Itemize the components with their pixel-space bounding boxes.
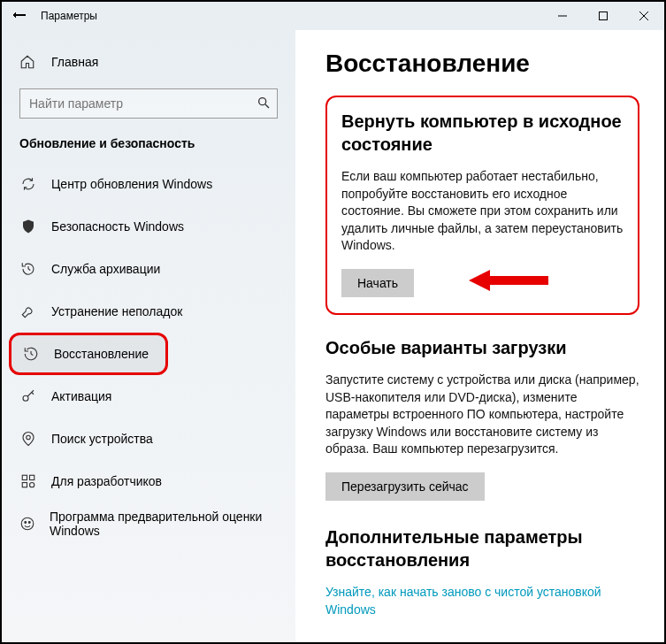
svg-point-19 — [25, 522, 27, 524]
home-nav[interactable]: Главная — [2, 44, 295, 80]
sidebar: Главная Обновление и безопасность Центр … — [2, 30, 295, 642]
fresh-start-link[interactable]: Узнайте, как начать заново с чистой уста… — [325, 584, 639, 618]
home-label: Главная — [51, 55, 98, 69]
advanced-startup-section: Особые варианты загрузки Запустите систе… — [325, 336, 639, 501]
developer-icon — [19, 473, 37, 489]
svg-rect-16 — [22, 483, 27, 487]
sidebar-item-label: Центр обновления Windows — [51, 177, 212, 191]
reset-description: Если ваш компьютер работает нестабильно,… — [341, 168, 624, 255]
sidebar-item-label: Активация — [51, 389, 111, 403]
back-button[interactable]: 🠔 — [2, 8, 37, 24]
sync-icon — [19, 176, 37, 192]
reset-pc-section-highlight: Вернуть компьютер в исходное состояние Е… — [325, 96, 639, 315]
svg-line-12 — [32, 393, 34, 395]
history-icon — [22, 346, 40, 362]
sidebar-item-developers[interactable]: Для разработчиков — [2, 460, 295, 502]
sidebar-item-label: Устранение неполадок — [51, 304, 182, 318]
minimize-button[interactable] — [542, 2, 583, 30]
main-content: Восстановление Вернуть компьютер в исход… — [295, 30, 664, 642]
reset-heading: Вернуть компьютер в исходное состояние — [341, 110, 624, 156]
advanced-heading: Особые варианты загрузки — [325, 336, 639, 359]
sidebar-item-windows-update[interactable]: Центр обновления Windows — [2, 163, 295, 205]
svg-rect-1 — [600, 12, 608, 20]
svg-point-10 — [23, 395, 28, 401]
sidebar-item-troubleshoot[interactable]: Устранение неполадок — [2, 290, 295, 333]
insider-icon — [19, 516, 35, 532]
reset-start-button[interactable]: Начать — [341, 269, 414, 297]
key-icon — [19, 388, 37, 404]
restart-now-button[interactable]: Перезагрузить сейчас — [325, 472, 485, 501]
annotation-arrow-icon — [469, 267, 548, 297]
close-button[interactable] — [624, 2, 664, 30]
sidebar-item-backup[interactable]: Служба архивации — [2, 248, 295, 290]
maximize-button[interactable] — [583, 2, 624, 30]
sidebar-item-find-device[interactable]: Поиск устройства — [2, 418, 295, 460]
nav-group-title: Обновление и безопасность — [2, 131, 295, 163]
svg-line-7 — [28, 269, 30, 271]
svg-rect-14 — [22, 475, 27, 479]
sidebar-item-label: Для разработчиков — [51, 474, 162, 488]
sidebar-item-insider[interactable]: Программа предварительной оценки Windows — [2, 502, 295, 545]
sidebar-item-security[interactable]: Безопасность Windows — [2, 205, 295, 248]
svg-line-5 — [265, 104, 269, 108]
svg-line-9 — [31, 354, 33, 356]
nav-list: Центр обновления Windows Безопасность Wi… — [2, 163, 295, 545]
svg-point-20 — [28, 522, 30, 524]
wrench-icon — [19, 303, 37, 319]
svg-marker-21 — [469, 270, 548, 291]
sidebar-item-label: Безопасность Windows — [51, 219, 184, 234]
svg-rect-15 — [30, 475, 34, 479]
sidebar-item-activation[interactable]: Активация — [2, 375, 295, 418]
sidebar-item-label: Восстановление — [54, 347, 149, 361]
more-heading: Дополнительные параметры восстановления — [325, 525, 639, 571]
svg-point-4 — [259, 98, 266, 105]
svg-point-18 — [21, 518, 34, 530]
search-wrapper — [19, 88, 278, 119]
search-input[interactable] — [19, 88, 278, 119]
shield-icon — [19, 218, 37, 234]
svg-point-13 — [27, 435, 31, 440]
svg-point-17 — [30, 483, 34, 487]
home-icon — [19, 54, 37, 70]
titlebar: 🠔 Параметры — [2, 2, 664, 30]
sidebar-item-recovery[interactable]: Восстановление — [9, 333, 168, 375]
window-title: Параметры — [37, 10, 542, 22]
backup-icon — [19, 261, 37, 277]
location-icon — [19, 431, 37, 447]
page-title: Восстановление — [325, 50, 639, 78]
sidebar-item-label: Служба архивации — [51, 262, 160, 276]
search-icon — [256, 96, 271, 113]
more-recovery-section: Дополнительные параметры восстановления … — [325, 525, 639, 618]
advanced-description: Запустите систему с устройства или диска… — [325, 372, 639, 458]
sidebar-item-label: Программа предварительной оценки Windows — [50, 510, 278, 538]
sidebar-item-label: Поиск устройства — [51, 432, 153, 446]
